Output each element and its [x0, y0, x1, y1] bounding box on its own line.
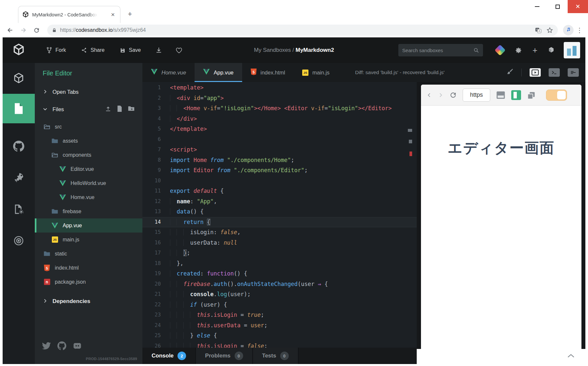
code-line[interactable]: 14 return { [142, 217, 417, 228]
code-line[interactable]: 15 isLogin: false, [142, 227, 417, 238]
tree-item[interactable]: App.vue [35, 218, 142, 233]
code-line[interactable]: 3 <Home v-if="!isLogin"></Home> <Editor … [142, 103, 417, 114]
code-line[interactable]: 19 created: function() { [142, 269, 417, 279]
preview-split-view-icon[interactable] [511, 90, 521, 100]
code-line[interactable]: 8import Home from "./components/Home"; [142, 155, 417, 166]
tree-item[interactable]: components [35, 148, 142, 162]
preview-refresh-icon[interactable] [449, 91, 457, 99]
code-line[interactable]: 6 [142, 134, 417, 145]
export-download-button[interactable] [156, 47, 162, 53]
back-button[interactable] [5, 25, 16, 36]
browser-tab[interactable]: MyMarkdown2 - CodeSandbox ✕ [18, 6, 120, 23]
extension-button[interactable] [563, 25, 574, 35]
tree-item[interactable]: Editor.vue [35, 162, 142, 176]
code-line[interactable]: 1<template> [142, 83, 417, 93]
tree-item[interactable]: assets [35, 134, 142, 148]
search-input[interactable]: Search sandboxes [398, 44, 483, 56]
discord-icon[interactable] [73, 341, 82, 352]
panel-tab-problems[interactable]: Problems0 [196, 348, 253, 364]
tree-item[interactable]: src [35, 120, 142, 134]
preview-url-field[interactable]: https [463, 89, 490, 102]
rail-github-icon[interactable] [3, 134, 35, 158]
new-folder-icon[interactable] [128, 106, 135, 113]
code-line[interactable]: 9import Editor from "./components/Editor… [142, 165, 417, 176]
browser-preview-toggle-button[interactable] [530, 68, 541, 77]
tree-item[interactable]: npackage.json [35, 275, 142, 289]
code-line[interactable]: 5</template> [142, 124, 417, 134]
bookmark-star-icon[interactable] [546, 27, 553, 34]
code-line[interactable]: 2 <div id="app"> [142, 93, 417, 104]
code-line[interactable]: 21 console.log(user); [142, 289, 417, 300]
forward-button[interactable] [18, 25, 29, 36]
refresh-button[interactable] [31, 25, 42, 36]
dependencies-section[interactable]: Dependencies [35, 298, 142, 305]
files-section[interactable]: Files [35, 106, 142, 113]
tree-item[interactable]: Home.vue [35, 190, 142, 204]
code-area[interactable]: 1<template>2 <div id="app">3 <Home v-if=… [142, 82, 417, 348]
code-line[interactable]: 26 this.isLogin = false; [142, 341, 417, 348]
terminal-toggle-button[interactable] [549, 68, 560, 77]
live-reload-toggle[interactable] [546, 90, 567, 101]
tree-item[interactable]: JSmain.js [35, 233, 142, 247]
tree-item[interactable]: static [35, 247, 142, 261]
codesandbox-logo-icon[interactable] [12, 43, 25, 57]
settings-gear-icon[interactable] [515, 47, 522, 54]
editor-layout-button[interactable] [568, 68, 579, 77]
like-heart-icon[interactable] [176, 47, 182, 53]
github-icon[interactable] [57, 341, 66, 352]
twitter-icon[interactable] [42, 341, 51, 352]
panel-tab-console[interactable]: Console2 [142, 348, 196, 364]
rail-sandbox-icon[interactable] [3, 67, 35, 91]
user-avatar[interactable] [564, 42, 580, 58]
code-line[interactable]: 20 firebase.auth().onAuthStateChanged(us… [142, 279, 417, 290]
new-sandbox-plus-icon[interactable]: + [533, 45, 537, 55]
fork-button[interactable]: Fork [47, 47, 66, 53]
open-tabs-section[interactable]: Open Tabs [35, 89, 142, 95]
editor-tab[interactable]: 5index.html [242, 63, 294, 82]
close-button[interactable]: ✕ [568, 0, 588, 13]
rail-deployment-rocket-icon[interactable] [3, 166, 35, 190]
code-line[interactable]: 18 }, [142, 258, 417, 269]
translate-icon[interactable]: GA [535, 27, 542, 34]
minimize-button[interactable] [527, 0, 547, 13]
editor-tab[interactable]: JSmain.js [294, 63, 338, 82]
code-line[interactable]: 10 [142, 176, 417, 186]
code-line[interactable]: 7<script> [142, 145, 417, 155]
rail-live-session-icon[interactable] [3, 229, 35, 253]
code-line[interactable]: 25 } else { [142, 331, 417, 341]
editor-tab[interactable]: Home.vue [142, 63, 195, 82]
breadcrumb-parent[interactable]: My Sandboxes [254, 47, 291, 53]
preview-back-icon[interactable] [426, 92, 432, 98]
diff-tab[interactable]: Diff: saved 'build.js' - recovered 'buil… [355, 70, 445, 75]
new-file-icon[interactable] [117, 106, 122, 113]
preview-forward-icon[interactable] [438, 92, 444, 98]
editor-tab[interactable]: App.vue [195, 63, 242, 82]
code-line[interactable]: 12 name: "App", [142, 196, 417, 207]
code-line[interactable]: 22 if (user) { [142, 300, 417, 310]
code-line[interactable]: 16 userData: null [142, 238, 417, 248]
save-button[interactable]: Save [120, 47, 141, 53]
rail-file-explorer-icon[interactable] [3, 94, 35, 123]
tree-item[interactable]: firebase [35, 204, 142, 218]
maximize-button[interactable] [547, 0, 568, 13]
chevron-up-icon[interactable] [567, 354, 575, 359]
code-line[interactable]: 17 }; [142, 248, 417, 258]
new-tab-button[interactable]: + [125, 9, 135, 19]
code-line[interactable]: 11export default { [142, 186, 417, 196]
patron-gem-icon[interactable] [494, 45, 506, 56]
sandbox-cube-icon[interactable] [548, 47, 555, 54]
code-line[interactable]: 23 this.isLogin = true; [142, 310, 417, 320]
tree-item[interactable]: 5index.html [35, 261, 142, 275]
code-line[interactable]: 4 </div> [142, 114, 417, 124]
rail-config-file-gear-icon[interactable] [3, 197, 35, 221]
upload-file-icon[interactable] [105, 106, 111, 113]
url-field[interactable]: https://codesandbox.io/s/x9975wjz64 GA [47, 25, 558, 36]
tab-close-icon[interactable]: ✕ [110, 11, 116, 18]
preview-new-window-icon[interactable] [527, 91, 536, 100]
browser-menu-button[interactable]: ⋮ [576, 25, 583, 36]
panel-tab-tests[interactable]: Tests0 [253, 348, 299, 364]
code-line[interactable]: 13 data() { [142, 207, 417, 217]
code-line[interactable]: 24 this.userData = user; [142, 320, 417, 331]
prettier-paintbrush-icon[interactable] [506, 68, 514, 77]
preview-browser-view-icon[interactable] [496, 91, 506, 100]
